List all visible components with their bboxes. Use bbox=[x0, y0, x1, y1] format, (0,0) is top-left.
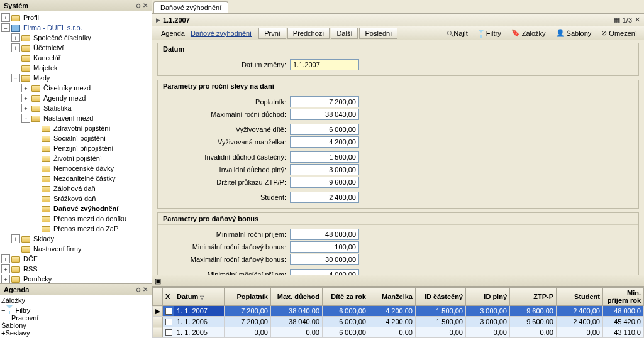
date-heading: 1.1.2007 bbox=[163, 16, 190, 24]
row-checkbox[interactable] bbox=[165, 329, 172, 336]
tree-ziv[interactable]: Životní pojištění bbox=[0, 153, 152, 163]
date-expand-icon[interactable]: ▶ bbox=[156, 17, 160, 23]
stud-input[interactable] bbox=[290, 192, 359, 203]
close-icon[interactable]: ✕ bbox=[635, 16, 640, 24]
tree-rss[interactable]: +RSS bbox=[0, 264, 152, 274]
agenda-link[interactable]: Daňové zvýhodnění bbox=[191, 30, 252, 37]
table-row[interactable]: 1. 1. 2005 0,000,00 6 000,000,00 0,000,0… bbox=[153, 327, 644, 338]
manz-input[interactable] bbox=[290, 136, 359, 148]
col-poplatnik[interactable]: Poplatník bbox=[225, 288, 271, 306]
nav-first[interactable]: První bbox=[258, 28, 286, 39]
tree-dan[interactable]: Daňové zvýhodnění bbox=[0, 204, 152, 214]
limit-button[interactable]: ⊘Omezení bbox=[597, 27, 641, 39]
tree-zdrav[interactable]: Zdravotní pojištění bbox=[0, 123, 152, 133]
maxrbon-input[interactable] bbox=[290, 254, 359, 265]
group-bonus-title: Parametry pro daňový bonus bbox=[158, 213, 638, 225]
maxduch-input[interactable] bbox=[290, 109, 359, 120]
tree-mzdy[interactable]: −Mzdy bbox=[0, 73, 152, 83]
col-idc[interactable]: ID částečný bbox=[416, 288, 466, 306]
tree-dcf[interactable]: +DČF bbox=[0, 254, 152, 264]
col-datum[interactable]: Datum▽ bbox=[174, 288, 225, 306]
tree-ucet[interactable]: +Účetnictví bbox=[0, 43, 152, 53]
col-idp[interactable]: ID plný bbox=[466, 288, 510, 306]
tree-agmezd[interactable]: +Agendy mezd bbox=[0, 93, 152, 103]
filter-button[interactable]: Filtry bbox=[474, 28, 506, 39]
agenda-filtry[interactable]: −Filtry bbox=[0, 304, 152, 314]
tree-zal[interactable]: Zálohová daň bbox=[0, 183, 152, 194]
datum-zmeny-label: Datum změny: bbox=[164, 61, 290, 68]
nav-last[interactable]: Poslední bbox=[359, 28, 397, 39]
agenda-tree[interactable]: Záložky −Filtry Pracovní Šablony +Sestav… bbox=[0, 295, 152, 338]
tree-nem[interactable]: Nemocenské dávky bbox=[0, 163, 152, 173]
agenda-button[interactable]: Agenda bbox=[155, 28, 189, 39]
bookmarks-button[interactable]: 🔖Záložky bbox=[507, 27, 550, 39]
tree-sraz[interactable]: Srážková daň bbox=[0, 194, 152, 204]
col-stud[interactable]: Student bbox=[557, 288, 603, 306]
tree-soc[interactable]: Sociální pojištění bbox=[0, 133, 152, 143]
col-ztp[interactable]: ZTP-P bbox=[510, 288, 557, 306]
tree-sklady[interactable]: +Sklady bbox=[0, 234, 152, 244]
row-checkbox[interactable] bbox=[165, 319, 172, 325]
nav-next[interactable]: Další bbox=[331, 28, 358, 39]
table-row[interactable]: 1. 1. 2006 7 200,0038 040,00 6 000,004 2… bbox=[153, 317, 644, 327]
invp-input[interactable] bbox=[290, 164, 359, 175]
tree-nezd[interactable]: Nezdanitelné částky bbox=[0, 173, 152, 183]
grid-icon[interactable]: ▦ bbox=[614, 16, 620, 24]
tab-main[interactable]: Daňové zvýhodnění bbox=[153, 1, 228, 13]
nav-prev[interactable]: Předchozí bbox=[287, 28, 330, 39]
minrbon-input[interactable] bbox=[290, 241, 359, 253]
templates-button[interactable]: 👤Šablony bbox=[552, 27, 596, 39]
agenda-sablony[interactable]: Šablony bbox=[0, 322, 152, 329]
tree-nastfir[interactable]: Nastavení firmy bbox=[0, 244, 152, 254]
group-slevy-title: Parametry pro roční slevy na dani bbox=[158, 80, 638, 92]
tree-penz[interactable]: Penzijní připojištění bbox=[0, 143, 152, 153]
ztp-input[interactable] bbox=[290, 177, 359, 188]
tree-pden[interactable]: Přenos mezd do deníku bbox=[0, 214, 152, 224]
row-checkbox[interactable] bbox=[165, 308, 172, 315]
col-maxduch[interactable]: Max. důchod bbox=[271, 288, 323, 306]
tree-spolecne[interactable]: +Společné číselníky bbox=[0, 33, 152, 43]
panel-pin-icon[interactable]: ◇ ✕ bbox=[136, 2, 148, 9]
tree-nast[interactable]: −Nastavení mezd bbox=[0, 113, 152, 123]
grid-select-icon[interactable]: ▣ bbox=[155, 277, 161, 285]
col-minp[interactable]: Min. příjem rok bbox=[603, 288, 644, 306]
group-datum-title: Datum bbox=[158, 43, 638, 55]
tree-stat[interactable]: +Statistika bbox=[0, 103, 152, 113]
minroc-input[interactable] bbox=[290, 229, 359, 240]
poplatnik-input[interactable] bbox=[290, 96, 359, 107]
data-grid[interactable]: X Datum▽ Poplatník Max. důchod Dítě za r… bbox=[152, 287, 644, 338]
invc-input[interactable] bbox=[290, 151, 359, 163]
table-row[interactable]: ▶ 1. 1. 2007 7 200,0038 040,00 6 000,004… bbox=[153, 306, 644, 317]
minmes-input[interactable] bbox=[290, 269, 359, 275]
agenda-pin-icon[interactable]: ◇ ✕ bbox=[136, 286, 148, 293]
tree-cismezd[interactable]: +Číselníky mezd bbox=[0, 83, 152, 93]
agenda-panel-header: Agenda ◇ ✕ bbox=[0, 284, 152, 295]
datum-zmeny-input[interactable] bbox=[290, 59, 359, 70]
tree-pom[interactable]: +Pomůcky bbox=[0, 274, 152, 283]
col-dite[interactable]: Dítě za rok bbox=[323, 288, 369, 306]
record-counter: 1/3 bbox=[623, 16, 632, 24]
dite-input[interactable] bbox=[290, 124, 359, 135]
agenda-sestavy[interactable]: +Sestavy bbox=[0, 329, 152, 337]
tree-firma[interactable]: −Firma - DUEL s.r.o. bbox=[0, 23, 152, 33]
tree-kanc[interactable]: Kancelář bbox=[0, 53, 152, 63]
find-button[interactable]: Najít bbox=[443, 28, 472, 39]
system-panel-header: Systém ◇ ✕ bbox=[0, 0, 152, 11]
tree-majetek[interactable]: Majetek bbox=[0, 63, 152, 73]
tree-profil[interactable]: +Profil bbox=[0, 13, 152, 23]
system-tree[interactable]: +Profil −Firma - DUEL s.r.o. +Společné č… bbox=[0, 11, 152, 283]
agenda-pracovni[interactable]: Pracovní bbox=[0, 314, 152, 322]
col-x[interactable]: X bbox=[163, 288, 174, 306]
agenda-zalozky[interactable]: Záložky bbox=[0, 297, 152, 304]
col-manz[interactable]: Manželka bbox=[369, 288, 416, 306]
tree-pzap[interactable]: Přenos mezd do ZaP bbox=[0, 224, 152, 234]
sort-desc-icon: ▽ bbox=[200, 295, 204, 300]
